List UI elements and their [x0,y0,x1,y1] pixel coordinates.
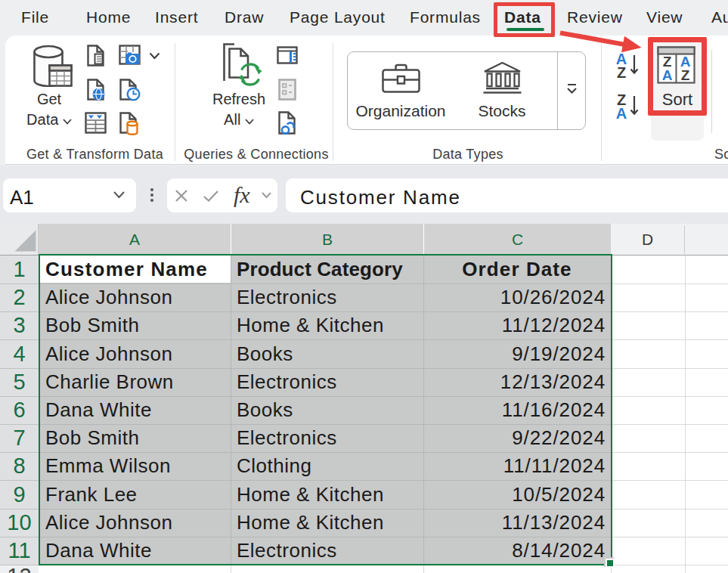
svg-text:Z: Z [617,64,626,79]
svg-text:A: A [616,105,627,120]
